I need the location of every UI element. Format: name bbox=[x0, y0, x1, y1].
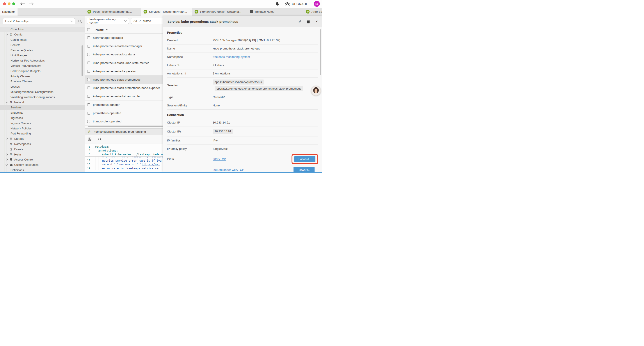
sidebar-tree-item[interactable]: Access Control bbox=[0, 157, 84, 162]
sidebar-tree-item[interactable]: Network Policies bbox=[0, 126, 84, 131]
row-value[interactable]: 9 Labels bbox=[212, 63, 318, 67]
tab-release-notes[interactable]: Release Notes bbox=[248, 8, 303, 16]
back-button[interactable] bbox=[20, 2, 25, 6]
yaml-editor[interactable]: 3 metadata: 4 annotations: 5 kubectl.kub… bbox=[85, 143, 163, 172]
regex-icon[interactable]: .* bbox=[139, 19, 141, 22]
row-checkbox[interactable] bbox=[87, 112, 90, 114]
tree-chevron-icon[interactable] bbox=[6, 33, 8, 35]
editor-search-icon[interactable] bbox=[98, 138, 102, 141]
forward-port-button[interactable]: Forward... bbox=[294, 167, 314, 172]
sidebar-scrollbar[interactable] bbox=[82, 45, 83, 76]
sidebar-tree-item[interactable]: Ingresses bbox=[0, 115, 84, 121]
tab-prometheus-rules[interactable]: Prometheus Rules - icecheng... bbox=[192, 8, 248, 16]
tab-services[interactable]: Services - icecheng@math... × bbox=[141, 8, 192, 16]
list-search-input[interactable]: Aa .* prome bbox=[131, 18, 167, 24]
detail-panel-scrollbar[interactable] bbox=[320, 29, 321, 75]
tree-chevron-icon[interactable] bbox=[6, 138, 8, 140]
row-checkbox[interactable] bbox=[87, 103, 90, 106]
sidebar-tree-item[interactable]: Events bbox=[0, 146, 84, 152]
namespace-link[interactable]: freeleaps-monitoring-system bbox=[212, 55, 250, 58]
sidebar-tree-item[interactable]: Namespaces bbox=[0, 141, 84, 147]
sidebar-tree-item[interactable]: Mutating Webhook Configurations bbox=[0, 89, 84, 95]
service-list-row[interactable]: alertmanager-operated bbox=[85, 34, 163, 42]
sidebar-tree-item[interactable]: Ingress Classes bbox=[0, 120, 84, 126]
sidebar-tree-item[interactable]: Services bbox=[0, 105, 84, 110]
service-list-row[interactable]: kube-prometheus-stack-thanos-ruler bbox=[85, 92, 163, 100]
sidebar-tree-item[interactable]: Limit Ranges bbox=[0, 53, 84, 58]
row-checkbox[interactable] bbox=[87, 70, 90, 73]
service-list-row[interactable]: prometheus-operated bbox=[85, 109, 163, 117]
notification-count-badge[interactable]: 15 bbox=[314, 1, 320, 7]
sidebar-tree-item[interactable]: Port Forwarding bbox=[0, 131, 84, 136]
row-checkbox[interactable] bbox=[87, 61, 90, 64]
minimize-window-button[interactable] bbox=[8, 2, 10, 5]
row-checkbox[interactable] bbox=[87, 78, 90, 81]
close-tab-icon[interactable]: × bbox=[189, 10, 192, 13]
row-value[interactable]: 2 Annotations bbox=[212, 72, 318, 75]
sidebar-tree-item[interactable]: Endpoints bbox=[0, 110, 84, 115]
tree-chevron-icon[interactable] bbox=[6, 153, 8, 155]
match-case-icon[interactable]: Aa bbox=[134, 19, 137, 22]
kubeconfig-select[interactable]: Local Kubeconfigs bbox=[3, 18, 75, 24]
code-link[interactable]: https://net bbox=[142, 163, 160, 166]
tab-argo[interactable]: Argo Se bbox=[303, 8, 322, 16]
list-horizontal-scrollbar[interactable] bbox=[88, 126, 163, 127]
sidebar-tree-item[interactable]: Secrets bbox=[0, 42, 84, 47]
sidebar-tree-item[interactable]: Resource Quotas bbox=[0, 47, 84, 53]
sidebar-tree-item[interactable]: Priority Classes bbox=[0, 74, 84, 79]
tab-pods[interactable]: Pods - icecheng@mathmas... bbox=[85, 8, 141, 16]
service-list-row[interactable]: kube-prometheus-stack-operator bbox=[85, 67, 163, 75]
sort-ascending-icon[interactable] bbox=[106, 29, 108, 30]
maximize-window-button[interactable] bbox=[12, 2, 15, 5]
sidebar-tree-item[interactable]: Cron Jobs bbox=[0, 27, 84, 32]
service-list-row[interactable]: kube-prometheus-stack-kube-state-metrics bbox=[85, 59, 163, 67]
sidebar-tree-item[interactable]: Definitions bbox=[0, 168, 84, 172]
sidebar-tree-item[interactable]: Horizontal Pod Autoscalers bbox=[0, 58, 84, 63]
expand-collapse-icon[interactable] bbox=[177, 64, 180, 67]
edit-service-icon[interactable] bbox=[298, 19, 302, 24]
close-window-button[interactable] bbox=[3, 2, 6, 5]
sidebar-tree-item[interactable]: Runtime Classes bbox=[0, 79, 84, 84]
navigator-panel-tab[interactable]: Navigator bbox=[0, 8, 18, 16]
forward-button[interactable] bbox=[29, 2, 34, 6]
name-column-header[interactable]: Name bbox=[96, 28, 104, 31]
service-list-row[interactable]: kube-prometheus-stack-alertmanager bbox=[85, 42, 163, 50]
sidebar-tree-item[interactable]: Pod Disruption Budgets bbox=[0, 68, 84, 74]
sidebar-search-icon[interactable] bbox=[78, 19, 82, 23]
close-detail-icon[interactable]: × bbox=[316, 19, 318, 24]
forward-port-button[interactable]: Forward... bbox=[294, 156, 316, 162]
sidebar-tree-item[interactable]: Helm bbox=[0, 152, 84, 157]
expand-collapse-icon[interactable] bbox=[184, 72, 186, 75]
sidebar-tree-item[interactable]: Leases bbox=[0, 84, 84, 89]
row-checkbox[interactable] bbox=[87, 95, 90, 98]
row-checkbox[interactable] bbox=[87, 45, 90, 47]
sidebar-tree-item[interactable]: Storage bbox=[0, 136, 84, 141]
notifications-bell-icon[interactable] bbox=[275, 2, 279, 6]
sidebar-tree-item[interactable]: Validating Webhook Configurations bbox=[0, 94, 84, 100]
sidebar-tree-item[interactable]: Custom Resources bbox=[0, 162, 84, 168]
user-avatar[interactable] bbox=[311, 86, 321, 96]
dock-tab-prometheusrule[interactable]: PrometheusRule: freeleaps-prod-rabbitmq bbox=[85, 129, 161, 135]
tree-chevron-icon[interactable] bbox=[6, 159, 8, 161]
service-list-row[interactable]: kube-prometheus-stack-prometheus-node-ex… bbox=[85, 84, 163, 92]
row-checkbox[interactable] bbox=[87, 53, 90, 56]
row-checkbox[interactable] bbox=[87, 36, 90, 39]
tree-chevron-icon[interactable] bbox=[6, 101, 8, 103]
port-link[interactable]: 8080:reloader-web/TCP bbox=[212, 168, 244, 171]
tree-chevron-icon[interactable] bbox=[6, 163, 8, 166]
select-all-checkbox[interactable] bbox=[87, 28, 90, 31]
sidebar-tree-item[interactable]: Network bbox=[0, 100, 84, 105]
port-link[interactable]: 9090/TCP bbox=[212, 157, 226, 161]
row-checkbox[interactable] bbox=[87, 86, 90, 89]
row-checkbox[interactable] bbox=[87, 120, 90, 123]
service-list-row[interactable]: kube-prometheus-stack-grafana bbox=[85, 50, 163, 59]
sidebar-tree-item[interactable]: Vertical Pod Autoscalers bbox=[0, 63, 84, 68]
service-list-row[interactable]: kube-prometheus-stack-prometheus bbox=[85, 75, 163, 84]
upgrade-button[interactable]: UPGRADE bbox=[285, 2, 308, 6]
sidebar-tree-item[interactable]: Config Maps bbox=[0, 37, 84, 42]
service-list-row[interactable]: thanos-ruler-operated bbox=[85, 117, 163, 126]
service-list-row[interactable]: prometheus-adapter bbox=[85, 101, 163, 109]
save-icon[interactable] bbox=[88, 137, 92, 141]
namespace-select[interactable]: freeleaps-monitoring-system bbox=[87, 18, 129, 24]
delete-service-icon[interactable] bbox=[307, 20, 310, 23]
